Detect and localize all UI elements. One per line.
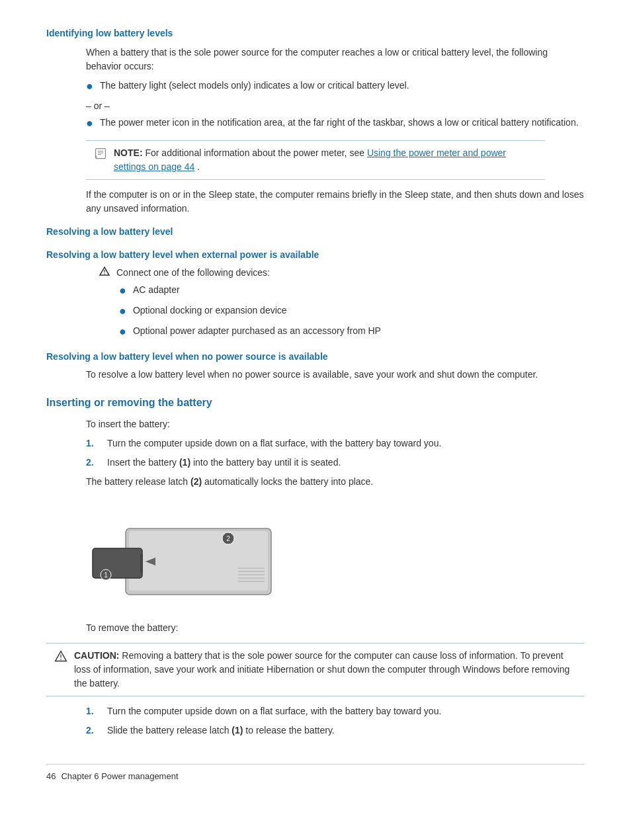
note-box: NOTE: For additional information about t…	[86, 140, 545, 180]
remove-step-2-part2: to release the battery.	[243, 725, 334, 735]
insert-step-3-body: The battery release latch (2) automatica…	[86, 475, 585, 489]
identifying-low-body2: If the computer is on or in the Sleep st…	[86, 188, 585, 216]
insert-step-2-part2: into the battery bay until it is seated.	[190, 457, 341, 468]
insert-step-2-part1: Insert the battery	[107, 457, 179, 468]
note-content: NOTE: For additional information about t…	[114, 146, 537, 174]
insert-step-3-part2: automatically locks the battery into pla…	[202, 476, 373, 487]
battery-image: 1 2	[86, 502, 298, 608]
svg-rect-14	[93, 548, 142, 578]
sub-bullet-3: ● Optional power adapter purchased as an…	[119, 324, 585, 341]
inserting-section: Inserting or removing the battery To ins…	[46, 395, 585, 737]
resolving-low-heading: Resolving a low battery level	[46, 225, 585, 239]
note-text: For additional information about the pow…	[145, 147, 366, 158]
caution-label: CAUTION:	[74, 650, 119, 661]
warning-text: Connect one of the following devices:	[116, 266, 270, 280]
footer-chapter: Chapter 6 Power management	[61, 770, 178, 783]
remove-step-1-num: 1.	[86, 704, 99, 718]
remove-step-2-text: Slide the battery release latch (1) to r…	[107, 724, 335, 737]
footer: 46 Chapter 6 Power management	[46, 764, 585, 783]
note-label: NOTE:	[114, 147, 143, 158]
remove-step-1-text: Turn the computer upside down on a flat …	[107, 704, 441, 718]
remove-step-2-num: 2.	[86, 724, 99, 737]
caution-box: CAUTION: Removing a battery that is the …	[46, 643, 585, 696]
sub-bullet-text-2: Optional docking or expansion device	[133, 304, 287, 317]
or-separator: – or –	[86, 99, 585, 113]
inserting-intro: To insert the battery:	[86, 417, 585, 431]
svg-point-6	[104, 273, 105, 274]
sub-bullet-dot-1: ●	[119, 282, 126, 300]
insert-step-3-part1: The battery release latch	[86, 476, 190, 487]
resolving-low-no-power-heading: Resolving a low battery level when no po…	[46, 350, 585, 364]
caution-text: Removing a battery that is the sole powe…	[74, 650, 569, 689]
caution-content: CAUTION: Removing a battery that is the …	[74, 649, 577, 691]
bullet-item-2: ● The power meter icon in the notificati…	[86, 116, 585, 132]
remove-step-2: 2. Slide the battery release latch (1) t…	[86, 724, 585, 737]
svg-rect-15	[140, 554, 143, 573]
bullet-dot-1: ●	[86, 77, 93, 95]
battery-illustration: 1 2	[86, 502, 298, 608]
identifying-low-heading: Identifying low battery levels	[46, 26, 585, 40]
insert-step-2-num: 2.	[86, 456, 99, 470]
remove-step-2-bold: (1)	[231, 725, 243, 735]
note-period: .	[197, 161, 200, 172]
bullet-dot-2: ●	[86, 114, 93, 132]
bullet-item-1: ● The battery light (select models only)…	[86, 79, 585, 95]
insert-step-1-num: 1.	[86, 437, 99, 450]
sub-bullet-text-3: Optional power adapter purchased as an a…	[133, 324, 381, 338]
remove-step-1: 1. Turn the computer upside down on a fl…	[86, 704, 585, 718]
note-icon	[94, 147, 107, 164]
sub-bullet-text-1: AC adapter	[133, 283, 180, 297]
inserting-heading: Inserting or removing the battery	[46, 395, 585, 411]
resolving-low-section: Resolving a low battery level Resolving …	[46, 225, 585, 382]
sub-bullet-2: ● Optional docking or expansion device	[119, 304, 585, 320]
bullet-text-2: The power meter icon in the notification…	[100, 116, 579, 130]
remove-step-2-part1: Slide the battery release latch	[107, 725, 231, 735]
footer-page: 46	[46, 770, 56, 783]
sub-bullet-dot-2: ●	[119, 302, 126, 320]
sub-bullet-dot-3: ●	[119, 323, 126, 341]
svg-point-23	[60, 659, 62, 660]
caution-triangle-icon	[54, 650, 67, 667]
identifying-low-section: Identifying low battery levels When a ba…	[46, 26, 585, 216]
resolving-low-external-heading: Resolving a low battery level when exter…	[46, 248, 585, 262]
sub-bullet-1: ● AC adapter	[119, 283, 585, 300]
svg-text:1: 1	[104, 571, 108, 579]
remove-intro: To remove the battery:	[86, 621, 585, 635]
insert-step-1: 1. Turn the computer upside down on a fl…	[86, 437, 585, 450]
insert-step-2-bold: (1)	[179, 457, 190, 468]
insert-step-2-text: Insert the battery (1) into the battery …	[107, 456, 341, 470]
warning-triangle-icon	[99, 266, 110, 280]
identifying-low-body1: When a battery that is the sole power so…	[86, 46, 585, 73]
svg-rect-0	[96, 149, 106, 159]
bullet-text-1: The battery light (select models only) i…	[100, 79, 409, 93]
insert-step-1-text: Turn the computer upside down on a flat …	[107, 437, 441, 450]
insert-step-2: 2. Insert the battery (1) into the batte…	[86, 456, 585, 470]
svg-text:2: 2	[226, 535, 230, 542]
resolving-low-no-power-body: To resolve a low battery level when no p…	[86, 368, 585, 382]
warning-bullet: Connect one of the following devices:	[99, 266, 585, 280]
insert-step-3-bold: (2)	[190, 476, 202, 487]
